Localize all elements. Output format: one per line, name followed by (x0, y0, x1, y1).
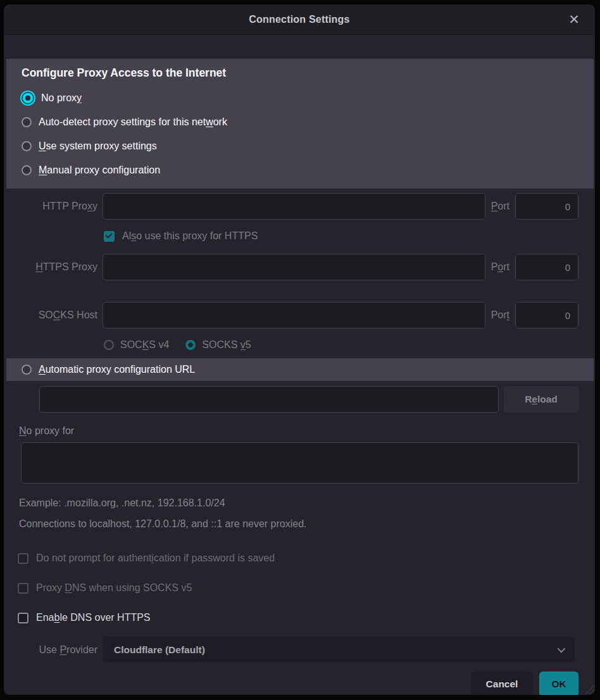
enable-doh-label[interactable]: Enable DNS over HTTPS (36, 612, 151, 623)
provider-dropdown[interactable]: Cloudflare (Default) (103, 637, 575, 663)
section-heading: Configure Proxy Access to the Internet (19, 64, 581, 86)
radio-manual-proxy-label[interactable]: Manual proxy configuration (39, 165, 160, 176)
socks-port-input[interactable] (515, 302, 578, 328)
radio-system-proxy[interactable] (22, 141, 32, 151)
checkbox-also-https[interactable] (104, 231, 115, 242)
socks-host-row: SOCKS Host Port (4, 302, 595, 328)
https-port-input[interactable] (515, 254, 578, 280)
pac-url-row: Reload (4, 386, 595, 413)
socks-v4-option[interactable]: SOCKS v4 (104, 339, 169, 351)
http-port-label: Port (491, 201, 509, 212)
provider-selected-value: Cloudflare (Default) (114, 644, 558, 656)
dialog-titlebar: Connection Settings ✕ (4, 4, 595, 35)
radio-no-proxy[interactable] (23, 93, 33, 103)
dialog-title: Connection Settings (249, 14, 349, 25)
radio-socks-v4[interactable] (104, 340, 114, 350)
socks-version-row: SOCKS v4 SOCKS v5 (104, 338, 595, 352)
radio-row-no-proxy[interactable]: No proxy (19, 86, 581, 110)
enable-doh-row[interactable]: Enable DNS over HTTPS (4, 610, 595, 625)
radio-system-proxy-label[interactable]: Use system proxy settings (39, 141, 157, 152)
radio-row-manual-proxy[interactable]: Manual proxy configuration (19, 158, 581, 182)
close-icon[interactable]: ✕ (563, 4, 585, 35)
no-proxy-note-text: Connections to localhost, 127.0.0.1/8, a… (19, 518, 595, 530)
radio-no-proxy-label[interactable]: No proxy (41, 92, 82, 104)
provider-row: Use Provider Cloudflare (Default) (4, 637, 595, 663)
proxy-dns-label[interactable]: Proxy DNS when using SOCKS v5 (36, 582, 192, 594)
checkbox-enable-doh[interactable] (18, 613, 28, 623)
no-prompt-auth-label[interactable]: Do not prompt for authentication if pass… (36, 553, 275, 564)
radio-row-system-proxy[interactable]: Use system proxy settings (19, 134, 581, 158)
socks-port-label: Port (491, 309, 509, 321)
https-proxy-row: HTTPS Proxy Port (4, 254, 595, 280)
http-proxy-row: HTTP Proxy Port (4, 193, 595, 220)
proxy-mode-section: Configure Proxy Access to the Internet N… (6, 59, 594, 189)
checkbox-proxy-dns[interactable] (18, 583, 28, 594)
https-proxy-label: HTTPS Proxy (4, 261, 103, 273)
https-proxy-input[interactable] (103, 254, 485, 280)
checkmark-icon (105, 231, 112, 238)
no-proxy-example-text: Example: .mozilla.org, .net.nz, 192.168.… (19, 497, 595, 509)
pac-url-input[interactable] (39, 386, 499, 413)
socks-v5-option[interactable]: SOCKS v5 (185, 339, 251, 351)
radio-autoconfig[interactable] (22, 365, 32, 375)
no-proxy-for-label: No proxy for (19, 425, 595, 437)
socks-host-label: SOCKS Host (4, 309, 103, 321)
autoconfig-label[interactable]: Automatic proxy configuration URL (39, 364, 195, 375)
no-proxy-for-textarea[interactable] (21, 442, 578, 484)
options-section: Do not prompt for authentication if pass… (4, 551, 595, 625)
no-prompt-row[interactable]: Do not prompt for authentication if pass… (4, 551, 595, 566)
socks-v4-label[interactable]: SOCKS v4 (120, 339, 169, 351)
chevron-down-icon (558, 645, 566, 653)
connection-settings-dialog: Connection Settings ✕ Configure Proxy Ac… (4, 4, 595, 695)
https-port-label: Port (491, 261, 509, 273)
http-proxy-label: HTTP Proxy (4, 201, 103, 212)
checkbox-no-prompt-auth[interactable] (18, 553, 28, 564)
use-provider-label: Use Provider (4, 644, 103, 656)
radio-auto-detect-label[interactable]: Auto-detect proxy settings for this netw… (39, 116, 227, 128)
http-proxy-input[interactable] (103, 193, 485, 220)
socks-v5-label[interactable]: SOCKS v5 (202, 339, 251, 351)
ok-button[interactable]: OK (539, 672, 578, 695)
radio-auto-detect[interactable] (22, 117, 32, 127)
proxy-dns-row[interactable]: Proxy DNS when using SOCKS v5 (4, 580, 595, 596)
socks-host-input[interactable] (103, 302, 485, 328)
reload-button[interactable]: Reload (504, 386, 578, 413)
radio-socks-v5[interactable] (185, 340, 196, 350)
autoconfig-row[interactable]: Automatic proxy configuration URL (6, 358, 594, 381)
also-https-row[interactable]: Also use this proxy for HTTPS (104, 228, 595, 244)
radio-manual-proxy[interactable] (22, 165, 32, 175)
dialog-footer: Cancel OK (4, 672, 595, 695)
cancel-button[interactable]: Cancel (471, 672, 533, 695)
radio-row-auto-detect[interactable]: Auto-detect proxy settings for this netw… (19, 110, 581, 134)
http-port-input[interactable] (515, 193, 578, 220)
also-https-label[interactable]: Also use this proxy for HTTPS (122, 230, 258, 242)
